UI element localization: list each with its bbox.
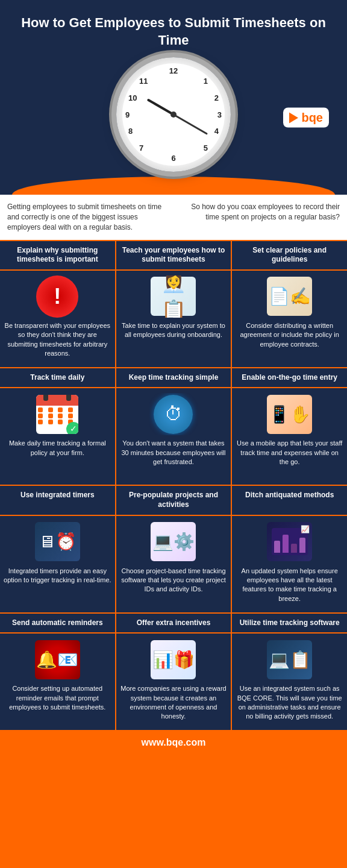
section4-header-3: Utilize time tracking software	[232, 614, 347, 633]
section3-cell-3: 📈 An updated system helps ensure employe…	[232, 516, 347, 612]
section1-cell-3: 📄✍️ Consider distributing a written agre…	[232, 271, 347, 367]
clock-illustration: 12 1 2 3 4 5 6 7 8 9 10 11	[116, 57, 231, 172]
section1-cell-1: ! Be transparent with your employees so …	[0, 271, 115, 367]
section2-header-3: Enable on-the-go time entry	[232, 368, 347, 388]
section3-cell-2: 💻⚙️ Choose project-based time tracking s…	[116, 516, 231, 612]
exclamation-icon: !	[33, 275, 81, 318]
calendar-icon: ✓	[33, 393, 81, 435]
section1-cell-2: 👩‍💼📋 Take time to explain your system to…	[116, 271, 231, 367]
section-1: Explain why submitting timesheets is imp…	[0, 241, 347, 367]
footer: www.bqe.com	[0, 730, 347, 755]
mobile-icon: 📱✋	[266, 393, 314, 435]
section2-header-1: Track time daily	[0, 368, 115, 388]
section-3: Use integrated timers Pre-populate proje…	[0, 486, 347, 612]
policy-icon: 📄✍️	[266, 275, 314, 318]
section3-header-1: Use integrated timers	[0, 486, 115, 514]
section4-cell-3: 💻📋 Use an integrated system such as BQE …	[232, 634, 347, 730]
intro-right: So how do you coax employees to record t…	[174, 195, 347, 239]
section3-header-2: Pre-populate projects and activities	[116, 486, 231, 514]
integrated-timer-icon: 🖥⏰	[33, 521, 81, 563]
section2-cell-1: ✓ Make daily time tracking a formal poli…	[0, 388, 115, 485]
intro-left: Getting employees to submit timesheets o…	[0, 195, 174, 239]
section2-header-2: Keep time tracking simple	[116, 368, 231, 388]
main-title: How to Get Employees to Submit Timesheet…	[12, 14, 335, 49]
section1-header-3: Set clear policies and guidelines	[232, 241, 347, 269]
utilize-software-icon: 💻📋	[266, 638, 314, 681]
bqe-logo: bqe	[283, 108, 329, 128]
timer-clock-icon: ⏱	[149, 393, 198, 435]
ditch-methods-icon: 📈	[266, 521, 314, 563]
section3-cell-1: 🖥⏰ Integrated timers provide an easy opt…	[0, 516, 115, 612]
section4-cell-2: 📊🎁 More companies are using a reward sys…	[116, 634, 231, 730]
section1-header-1: Explain why submitting timesheets is imp…	[0, 241, 115, 269]
section1-header-2: Teach your employees how to submit times…	[116, 241, 231, 269]
section3-header-3: Ditch antiquated methods	[232, 486, 347, 514]
section2-cell-2: ⏱ You don't want a system that takes 30 …	[116, 388, 231, 485]
section4-cell-1: 🔔📧 Consider setting up automated reminde…	[0, 634, 115, 730]
section2-cell-3: 📱✋ Use a mobile app that lets your staff…	[232, 388, 347, 485]
incentives-icon: 📊🎁	[149, 638, 198, 681]
section-2: Track time daily Keep time tracking simp…	[0, 368, 347, 485]
prepopulate-icon: 💻⚙️	[149, 521, 198, 563]
reminder-bell-icon: 🔔📧	[33, 638, 81, 681]
section-4: Send automatic reminders Offer extra inc…	[0, 614, 347, 731]
section4-header-2: Offer extra incentives	[116, 614, 231, 633]
teaching-icon: 👩‍💼📋	[149, 275, 198, 318]
intro-section: Getting employees to submit timesheets o…	[0, 195, 347, 239]
section4-header-1: Send automatic reminders	[0, 614, 115, 633]
